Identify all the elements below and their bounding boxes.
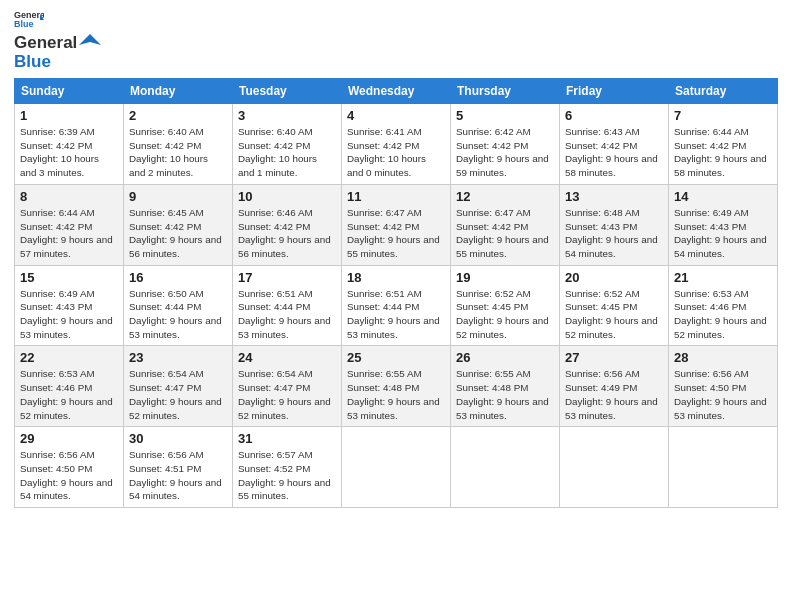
sunset-text: Sunset: 4:45 PM [456, 300, 554, 314]
sunset-text: Sunset: 4:42 PM [238, 139, 336, 153]
sunset-text: Sunset: 4:52 PM [238, 462, 336, 476]
logo-icon: General Blue [14, 10, 44, 28]
day-number: 31 [238, 431, 336, 446]
sunset-text: Sunset: 4:42 PM [347, 139, 445, 153]
daylight-text: Daylight: 9 hours and 52 minutes. [129, 395, 227, 422]
day-number: 26 [456, 350, 554, 365]
weekday-header: Sunday [15, 79, 124, 104]
day-number: 10 [238, 189, 336, 204]
calendar-cell: 18Sunrise: 6:51 AMSunset: 4:44 PMDayligh… [342, 265, 451, 346]
daylight-text: Daylight: 9 hours and 53 minutes. [20, 314, 118, 341]
sunrise-text: Sunrise: 6:48 AM [565, 206, 663, 220]
sunrise-text: Sunrise: 6:54 AM [238, 367, 336, 381]
day-number: 15 [20, 270, 118, 285]
daylight-text: Daylight: 9 hours and 54 minutes. [565, 233, 663, 260]
day-number: 13 [565, 189, 663, 204]
logo: General Blue General Blue [14, 10, 101, 72]
daylight-text: Daylight: 9 hours and 52 minutes. [238, 395, 336, 422]
day-number: 23 [129, 350, 227, 365]
sunset-text: Sunset: 4:48 PM [347, 381, 445, 395]
sunrise-text: Sunrise: 6:56 AM [674, 367, 772, 381]
daylight-text: Daylight: 9 hours and 57 minutes. [20, 233, 118, 260]
calendar-cell: 12Sunrise: 6:47 AMSunset: 4:42 PMDayligh… [451, 184, 560, 265]
calendar-table: SundayMondayTuesdayWednesdayThursdayFrid… [14, 78, 778, 508]
day-info: Sunrise: 6:46 AMSunset: 4:42 PMDaylight:… [238, 206, 336, 261]
day-info: Sunrise: 6:53 AMSunset: 4:46 PMDaylight:… [674, 287, 772, 342]
day-info: Sunrise: 6:55 AMSunset: 4:48 PMDaylight:… [456, 367, 554, 422]
sunrise-text: Sunrise: 6:49 AM [674, 206, 772, 220]
day-info: Sunrise: 6:50 AMSunset: 4:44 PMDaylight:… [129, 287, 227, 342]
sunrise-text: Sunrise: 6:51 AM [347, 287, 445, 301]
sunrise-text: Sunrise: 6:52 AM [565, 287, 663, 301]
calendar-cell: 27Sunrise: 6:56 AMSunset: 4:49 PMDayligh… [560, 346, 669, 427]
sunset-text: Sunset: 4:43 PM [674, 220, 772, 234]
sunset-text: Sunset: 4:44 PM [347, 300, 445, 314]
daylight-text: Daylight: 9 hours and 53 minutes. [674, 395, 772, 422]
daylight-text: Daylight: 9 hours and 52 minutes. [565, 314, 663, 341]
sunset-text: Sunset: 4:47 PM [238, 381, 336, 395]
sunset-text: Sunset: 4:50 PM [674, 381, 772, 395]
sunrise-text: Sunrise: 6:57 AM [238, 448, 336, 462]
calendar-cell: 10Sunrise: 6:46 AMSunset: 4:42 PMDayligh… [233, 184, 342, 265]
day-number: 22 [20, 350, 118, 365]
daylight-text: Daylight: 9 hours and 56 minutes. [129, 233, 227, 260]
calendar-cell: 3Sunrise: 6:40 AMSunset: 4:42 PMDaylight… [233, 104, 342, 185]
day-number: 9 [129, 189, 227, 204]
calendar-cell: 15Sunrise: 6:49 AMSunset: 4:43 PMDayligh… [15, 265, 124, 346]
weekday-header: Monday [124, 79, 233, 104]
sunrise-text: Sunrise: 6:54 AM [129, 367, 227, 381]
daylight-text: Daylight: 9 hours and 54 minutes. [674, 233, 772, 260]
day-info: Sunrise: 6:54 AMSunset: 4:47 PMDaylight:… [129, 367, 227, 422]
calendar-cell [451, 427, 560, 508]
day-number: 4 [347, 108, 445, 123]
calendar-cell: 31Sunrise: 6:57 AMSunset: 4:52 PMDayligh… [233, 427, 342, 508]
calendar-cell: 26Sunrise: 6:55 AMSunset: 4:48 PMDayligh… [451, 346, 560, 427]
sunrise-text: Sunrise: 6:51 AM [238, 287, 336, 301]
sunrise-text: Sunrise: 6:40 AM [238, 125, 336, 139]
daylight-text: Daylight: 9 hours and 55 minutes. [347, 233, 445, 260]
calendar-cell: 5Sunrise: 6:42 AMSunset: 4:42 PMDaylight… [451, 104, 560, 185]
weekday-header: Tuesday [233, 79, 342, 104]
sunset-text: Sunset: 4:43 PM [565, 220, 663, 234]
day-number: 25 [347, 350, 445, 365]
sunset-text: Sunset: 4:48 PM [456, 381, 554, 395]
logo-blue: Blue [14, 52, 51, 72]
day-info: Sunrise: 6:56 AMSunset: 4:49 PMDaylight:… [565, 367, 663, 422]
day-info: Sunrise: 6:40 AMSunset: 4:42 PMDaylight:… [238, 125, 336, 180]
day-info: Sunrise: 6:43 AMSunset: 4:42 PMDaylight:… [565, 125, 663, 180]
sunrise-text: Sunrise: 6:46 AM [238, 206, 336, 220]
daylight-text: Daylight: 9 hours and 58 minutes. [674, 152, 772, 179]
header: General Blue General Blue [14, 10, 778, 72]
calendar-cell [342, 427, 451, 508]
calendar-cell: 24Sunrise: 6:54 AMSunset: 4:47 PMDayligh… [233, 346, 342, 427]
daylight-text: Daylight: 10 hours and 2 minutes. [129, 152, 227, 179]
daylight-text: Daylight: 9 hours and 59 minutes. [456, 152, 554, 179]
sunset-text: Sunset: 4:42 PM [129, 139, 227, 153]
sunrise-text: Sunrise: 6:56 AM [129, 448, 227, 462]
calendar-cell: 7Sunrise: 6:44 AMSunset: 4:42 PMDaylight… [669, 104, 778, 185]
day-info: Sunrise: 6:44 AMSunset: 4:42 PMDaylight:… [674, 125, 772, 180]
sunset-text: Sunset: 4:49 PM [565, 381, 663, 395]
sunset-text: Sunset: 4:46 PM [20, 381, 118, 395]
sunrise-text: Sunrise: 6:44 AM [674, 125, 772, 139]
sunset-text: Sunset: 4:47 PM [129, 381, 227, 395]
sunrise-text: Sunrise: 6:49 AM [20, 287, 118, 301]
sunrise-text: Sunrise: 6:39 AM [20, 125, 118, 139]
day-number: 21 [674, 270, 772, 285]
day-number: 29 [20, 431, 118, 446]
day-info: Sunrise: 6:52 AMSunset: 4:45 PMDaylight:… [565, 287, 663, 342]
daylight-text: Daylight: 9 hours and 55 minutes. [238, 476, 336, 503]
day-info: Sunrise: 6:54 AMSunset: 4:47 PMDaylight:… [238, 367, 336, 422]
svg-marker-3 [79, 34, 101, 45]
day-info: Sunrise: 6:48 AMSunset: 4:43 PMDaylight:… [565, 206, 663, 261]
day-number: 2 [129, 108, 227, 123]
sunrise-text: Sunrise: 6:42 AM [456, 125, 554, 139]
calendar-cell: 20Sunrise: 6:52 AMSunset: 4:45 PMDayligh… [560, 265, 669, 346]
sunrise-text: Sunrise: 6:55 AM [456, 367, 554, 381]
calendar-cell: 25Sunrise: 6:55 AMSunset: 4:48 PMDayligh… [342, 346, 451, 427]
day-info: Sunrise: 6:53 AMSunset: 4:46 PMDaylight:… [20, 367, 118, 422]
sunset-text: Sunset: 4:43 PM [20, 300, 118, 314]
day-info: Sunrise: 6:47 AMSunset: 4:42 PMDaylight:… [347, 206, 445, 261]
sunset-text: Sunset: 4:45 PM [565, 300, 663, 314]
page: General Blue General Blue SundayMondayTu… [0, 0, 792, 612]
